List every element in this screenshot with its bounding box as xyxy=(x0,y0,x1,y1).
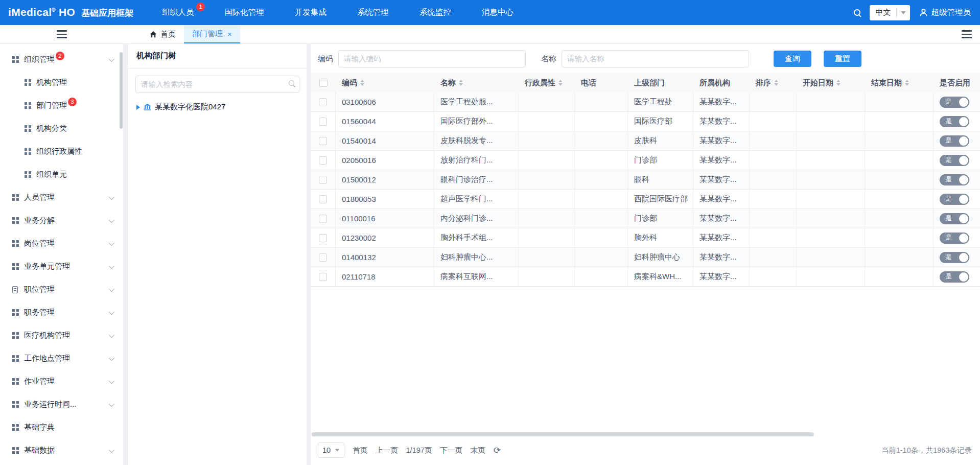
sidebar-item-workplace-management[interactable]: 工作地点管理 xyxy=(0,347,123,370)
table-row[interactable]: 01400132 妇科肿瘤中心... 妇科肿瘤中心 某某数字... 是 xyxy=(311,248,980,267)
row-checkbox[interactable] xyxy=(319,253,327,262)
name-filter-input[interactable] xyxy=(562,50,749,67)
search-icon[interactable] xyxy=(854,9,860,16)
row-checkbox[interactable] xyxy=(319,215,327,223)
next-page-link[interactable]: 下一页 xyxy=(440,446,462,455)
tab-home[interactable]: 首页 xyxy=(142,25,184,43)
table-row[interactable]: 01800053 超声医学科门... 西院国际医疗部 某某数字... 是 xyxy=(311,190,980,209)
table-row[interactable]: 03100606 医学工程处服... 医学工程处 某某数字... 是 xyxy=(311,92,980,112)
row-checkbox[interactable] xyxy=(319,195,327,203)
table-row[interactable]: 01560044 国际医疗部外... 国际医疗部 某某数字... 是 xyxy=(311,112,980,131)
sort-icon[interactable] xyxy=(905,80,909,86)
grid-icon xyxy=(12,309,19,316)
table-row[interactable]: 02110718 病案科互联网... 病案科&WH... 某某数字... 是 xyxy=(311,267,980,287)
table-row[interactable]: 01540014 皮肤科脱发专... 皮肤科 某某数字... 是 xyxy=(311,131,980,151)
cell-end-date xyxy=(865,151,934,170)
header-admin-attribute[interactable]: 行政属性 xyxy=(519,73,575,92)
enabled-toggle[interactable]: 是 xyxy=(940,194,969,205)
header-start-date[interactable]: 开始日期 xyxy=(797,73,865,92)
sidebar-item-department-management[interactable]: 部门管理 3 xyxy=(0,94,123,117)
header-name[interactable]: 名称 xyxy=(434,73,519,92)
row-checkbox[interactable] xyxy=(319,118,327,126)
nav-item-dev-integration[interactable]: 开发集成 xyxy=(279,0,342,25)
sidebar-item-medical-org-management[interactable]: 医疗机构管理 xyxy=(0,324,123,347)
cell-end-date xyxy=(865,248,934,267)
tree-search-input[interactable] xyxy=(135,76,299,93)
tab-list-icon[interactable] xyxy=(962,30,972,38)
last-page-link[interactable]: 末页 xyxy=(471,446,485,455)
sidebar-item-business-unit-management[interactable]: 业务单元管理 xyxy=(0,255,123,278)
nav-item-system-management[interactable]: 系统管理 xyxy=(342,0,404,25)
enabled-toggle[interactable]: 是 xyxy=(940,135,969,147)
tree-expand-icon[interactable] xyxy=(136,105,140,110)
query-button[interactable]: 查询 xyxy=(774,51,811,67)
table-row[interactable]: 02050016 放射治疗科门... 门诊部 某某数字... 是 xyxy=(311,151,980,170)
sidebar-item-duty-management[interactable]: 职务管理 xyxy=(0,301,123,324)
sidebar-scrollbar[interactable] xyxy=(120,52,123,129)
scrollbar-thumb[interactable] xyxy=(312,432,814,436)
nav-item-message-center[interactable]: 消息中心 xyxy=(466,0,529,25)
sidebar-item-basic-dictionary[interactable]: 基础字典 xyxy=(0,416,123,439)
row-checkbox[interactable] xyxy=(319,234,327,242)
row-checkbox[interactable] xyxy=(319,156,327,165)
enabled-toggle[interactable]: 是 xyxy=(940,155,969,166)
enabled-toggle[interactable]: 是 xyxy=(940,116,969,127)
sidebar-item-position-management[interactable]: 职位管理 xyxy=(0,278,123,301)
sidebar-item-institution-management[interactable]: 机构管理 xyxy=(0,71,123,94)
first-page-link[interactable]: 首页 xyxy=(353,446,367,455)
tab-department-management[interactable]: 部门管理 × xyxy=(184,25,240,43)
sort-icon[interactable] xyxy=(459,80,463,86)
horizontal-scrollbar[interactable] xyxy=(312,432,973,436)
sidebar-item-org-management[interactable]: 组织管理 2 xyxy=(0,48,123,71)
row-checkbox[interactable] xyxy=(319,273,327,281)
nav-item-org-personnel[interactable]: 组织人员 1 xyxy=(147,0,209,25)
header-end-date[interactable]: 结束日期 xyxy=(865,73,934,92)
sidebar-item-business-runtime[interactable]: 业务运行时间... xyxy=(0,393,123,416)
code-filter-input[interactable] xyxy=(338,50,526,67)
sidebar-item-personnel-management[interactable]: 人员管理 xyxy=(0,186,123,209)
table-row[interactable]: 01230002 胸外科手术组... 胸外科 某某数字... 是 xyxy=(311,228,980,248)
sidebar-item-org-admin-attribute[interactable]: 组织行政属性 xyxy=(0,140,123,163)
select-all-checkbox[interactable] xyxy=(319,79,328,87)
sort-icon[interactable] xyxy=(360,80,364,86)
header-sort-order[interactable]: 排序 xyxy=(750,73,797,92)
row-checkbox[interactable] xyxy=(319,137,327,145)
language-select[interactable]: 中文 xyxy=(870,5,910,20)
sort-icon[interactable] xyxy=(558,80,563,86)
enabled-toggle[interactable]: 是 xyxy=(940,271,969,283)
enabled-toggle[interactable]: 是 xyxy=(940,213,969,224)
sidebar-collapse-icon[interactable] xyxy=(57,30,67,38)
row-checkbox-cell xyxy=(311,131,336,150)
row-checkbox[interactable] xyxy=(319,98,327,106)
user-menu[interactable]: 超级管理员 xyxy=(919,7,971,18)
header-code[interactable]: 编码 xyxy=(336,73,434,92)
nav-item-system-monitor[interactable]: 系统监控 xyxy=(404,0,466,25)
cell-sort-order xyxy=(750,170,797,189)
refresh-icon[interactable]: ⟳ xyxy=(494,445,501,456)
topbar-right: 中文 超级管理员 xyxy=(854,5,971,20)
sidebar-item-business-decomposition[interactable]: 业务分解 xyxy=(0,209,123,232)
sidebar-item-basic-data[interactable]: 基础数据 xyxy=(0,439,123,462)
app-logo: iMedical® HO xyxy=(8,6,75,18)
sidebar-item-org-unit[interactable]: 组织单元 xyxy=(0,163,123,186)
close-icon[interactable]: × xyxy=(227,30,232,38)
sidebar-item-job-management[interactable]: 作业管理 xyxy=(0,370,123,393)
enabled-toggle[interactable]: 是 xyxy=(940,174,969,185)
enabled-toggle[interactable]: 是 xyxy=(940,97,969,108)
enabled-toggle[interactable]: 是 xyxy=(940,232,969,244)
cell-start-date xyxy=(797,151,865,170)
tree-root-node[interactable]: 某某数字化医院0427 xyxy=(128,96,307,118)
sort-icon[interactable] xyxy=(774,80,778,86)
search-icon[interactable] xyxy=(289,80,294,86)
reset-button[interactable]: 重置 xyxy=(824,51,861,67)
sidebar-item-post-management[interactable]: 岗位管理 xyxy=(0,232,123,255)
table-row[interactable]: 01500012 眼科门诊治疗... 眼科 某某数字... 是 xyxy=(311,170,980,190)
nav-item-i18n-management[interactable]: 国际化管理 xyxy=(209,0,279,25)
row-checkbox[interactable] xyxy=(319,176,327,184)
enabled-toggle[interactable]: 是 xyxy=(940,252,969,263)
sort-icon[interactable] xyxy=(836,80,841,86)
sidebar-item-institution-category[interactable]: 机构分类 xyxy=(0,117,123,140)
page-size-select[interactable]: 10 xyxy=(318,443,344,458)
table-row[interactable]: 01100016 内分泌科门诊... 门诊部 某某数字... 是 xyxy=(311,209,980,228)
prev-page-link[interactable]: 上一页 xyxy=(376,446,398,455)
